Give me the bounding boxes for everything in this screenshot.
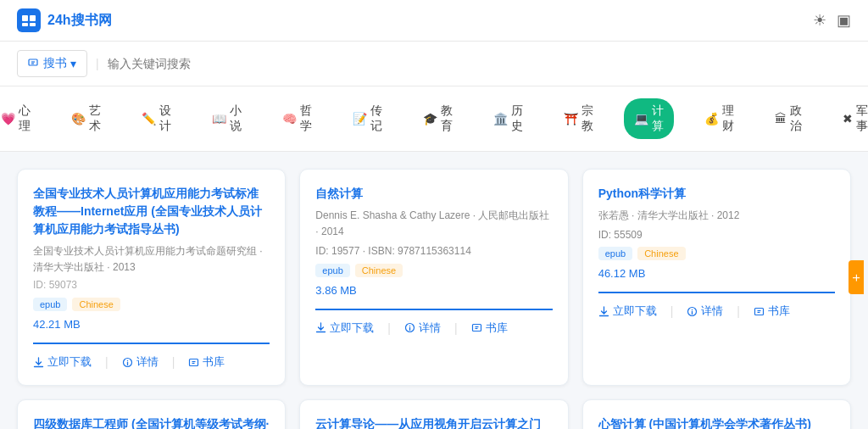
category-emoji-lishi: 🏛️ [493, 112, 508, 125]
download-btn-2[interactable]: 立即下载 [598, 304, 657, 319]
book-card-5: 心智计算 (中国计算机学会学术著作丛书) 史忠植 · 清华大学出版社 · 201… [582, 399, 851, 429]
book-size-0: 42.21 MB [33, 318, 270, 331]
book-card-0: 全国专业技术人员计算机应用能力考试标准教程——Internet应用 (全国专业技… [17, 169, 286, 386]
sep2-2: | [737, 304, 740, 318]
book-meta-1: Dennis E. Shasha & Cathy Lazere · 人民邮电出版… [315, 208, 552, 240]
books-grid: 全国专业技术人员计算机应用能力考试标准教程——Internet应用 (全国专业技… [17, 169, 851, 429]
category-item-zhuanji[interactable]: 📝传记 [342, 98, 392, 139]
book-actions-0: 立即下载 | 详情 | 书库 [33, 343, 270, 370]
download-btn-0[interactable]: 立即下载 [33, 354, 92, 370]
category-emoji-zhengzhi: 🏛 [775, 112, 787, 125]
category-label-zhengzhi: 政治 [790, 103, 802, 134]
book-actions-1: 立即下载 | 详情 | 书库 [315, 309, 552, 336]
tag-epub-2: epub [598, 247, 632, 260]
search-label: 搜书 [43, 56, 67, 71]
category-item-zhengzhi[interactable]: 🏛政治 [765, 98, 812, 139]
category-item-licai[interactable]: 💰理财 [694, 98, 744, 139]
category-label-jiaoyu: 教育 [441, 103, 453, 134]
book-title-0: 全国专业技术人员计算机应用能力考试标准教程——Internet应用 (全国专业技… [33, 185, 270, 238]
svg-point-9 [126, 360, 127, 361]
svg-rect-1 [30, 15, 36, 21]
tag-chinese-2: Chinese [637, 247, 685, 260]
detail-btn-2[interactable]: 详情 [687, 304, 723, 319]
svg-point-23 [692, 309, 693, 310]
category-item-zongjiao[interactable]: ⛩️宗教 [554, 98, 604, 139]
book-meta-1: ID: 19577 · ISBN: 9787115363114 [315, 243, 552, 259]
category-emoji-jiaoyu: 🎓 [423, 112, 437, 125]
category-label-xinli: 心理 [19, 103, 31, 134]
svg-rect-25 [754, 308, 763, 315]
category-label-licai: 理财 [722, 103, 734, 134]
svg-rect-11 [190, 359, 198, 365]
category-item-jiaoyu[interactable]: 🎓教育 [413, 98, 463, 139]
search-button[interactable]: 搜书 ▾ [17, 50, 87, 77]
category-item-xinli[interactable]: 💗心理 [0, 98, 41, 139]
header: 24h搜书网 ☀ ▣ [0, 0, 868, 42]
layout-icon[interactable]: ▣ [837, 11, 851, 30]
book-actions-2: 立即下载 | 详情 | 书库 [598, 292, 835, 319]
svg-rect-18 [472, 325, 481, 332]
download-btn-1[interactable]: 立即下载 [315, 320, 374, 336]
category-item-sheji[interactable]: ✏️设计 [131, 98, 181, 139]
book-title-4: 云计算导论——从应用视角开启云计算之门 (高端云计算与大数据丛书) [315, 415, 552, 429]
category-emoji-xinli: 💗 [1, 112, 15, 125]
library-btn-0[interactable]: 书库 [188, 354, 225, 370]
category-label-zhuanji: 传记 [370, 103, 382, 134]
tag-epub-1: epub [315, 264, 349, 277]
tag-chinese-0: Chinese [72, 298, 120, 311]
category-emoji-zhuanji: 📝 [353, 112, 367, 125]
category-label-yishu: 艺术 [89, 103, 101, 134]
category-label-junji: 军事 [856, 103, 868, 134]
library-btn-1[interactable]: 书库 [471, 320, 508, 336]
book-title-2: Python科学计算 [598, 185, 835, 203]
detail-btn-1[interactable]: 详情 [404, 320, 441, 336]
book-meta-0: 全国专业技术人员计算机应用能力考试命题研究组 · 清华大学出版社 · 2013 [33, 243, 270, 276]
category-item-xiaoshuo[interactable]: 📖小说 [202, 98, 252, 139]
library-btn-2[interactable]: 书库 [754, 304, 790, 319]
category-item-yishu[interactable]: 🎨艺术 [61, 98, 111, 139]
side-expand-btn[interactable]: + [849, 260, 864, 294]
tag-chinese-1: Chinese [355, 264, 403, 277]
category-item-junji[interactable]: ✖军事 [832, 98, 869, 139]
book-card-4: 云计算导论——从应用视角开启云计算之门 (高端云计算与大数据丛书) 韩燕波 · … [299, 399, 568, 429]
header-actions: ☀ ▣ [813, 11, 851, 30]
book-size-2: 46.12 MB [598, 267, 835, 280]
category-label-jisuan: 计算 [652, 103, 664, 134]
category-label-xiaoshuo: 小说 [230, 103, 242, 134]
book-tags-0: epubChinese [33, 298, 270, 311]
category-label-zongjiao: 宗教 [581, 103, 593, 134]
category-emoji-xiaoshuo: 📖 [212, 112, 226, 125]
category-item-jisuan[interactable]: 💻计算 [624, 98, 674, 139]
category-emoji-yishu: 🎨 [71, 112, 86, 125]
book-card-2: Python科学计算 张若愚 · 清华大学出版社 · 2012ID: 55509… [582, 169, 851, 386]
sep2-1: | [454, 321, 458, 335]
category-emoji-licai: 💰 [704, 112, 719, 125]
search-bar: 搜书 ▾ | [0, 42, 868, 86]
svg-point-16 [409, 326, 410, 326]
tag-epub-0: epub [33, 298, 67, 311]
sep1-0: | [105, 355, 108, 369]
sep1-2: | [670, 304, 674, 318]
book-size-1: 3.86 MB [315, 284, 552, 297]
detail-btn-0[interactable]: 详情 [122, 354, 159, 370]
book-title-3: 四级数据库工程师 (全国计算机等级考试考纲·考点·考题透解与模拟(2009版)) [33, 415, 270, 429]
search-dropdown-icon: ▾ [70, 57, 76, 70]
logo-text: 24h搜书网 [47, 12, 112, 30]
category-emoji-junji: ✖ [843, 112, 853, 125]
category-nav: 📚文学💗心理🎨艺术✏️设计📖小说🧠哲学📝传记🎓教育🏛️历史⛩️宗教💻计算💰理财🏛… [0, 86, 868, 152]
book-title-1: 自然计算 [315, 185, 552, 203]
category-emoji-zongjiao: ⛩️ [564, 112, 578, 125]
book-title-5: 心智计算 (中国计算机学会学术著作丛书) [598, 415, 835, 429]
category-item-lishi[interactable]: 🏛️历史 [483, 98, 533, 139]
main-content: 全国专业技术人员计算机应用能力考试标准教程——Internet应用 (全国专业技… [0, 152, 868, 429]
category-item-zhexue[interactable]: 🧠哲学 [272, 98, 322, 139]
category-label-lishi: 历史 [511, 103, 523, 134]
svg-rect-2 [22, 23, 28, 26]
sep2-0: | [172, 355, 175, 369]
sun-icon[interactable]: ☀ [813, 11, 826, 30]
book-meta-2: ID: 55509 [598, 227, 835, 243]
logo-icon [17, 8, 41, 32]
book-id-0: ID: 59073 [33, 279, 270, 291]
search-input[interactable] [108, 57, 362, 70]
book-meta-2: 张若愚 · 清华大学出版社 · 2012 [598, 208, 835, 224]
